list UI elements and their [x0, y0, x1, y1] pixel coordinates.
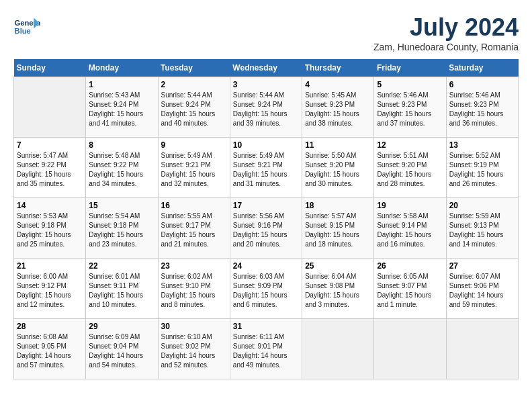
day-info: Sunrise: 5:48 AM Sunset: 9:22 PM Dayligh…: [89, 151, 154, 189]
day-info: Sunrise: 5:52 AM Sunset: 9:19 PM Dayligh…: [449, 151, 515, 189]
location: Zam, Hunedoara County, Romania: [373, 42, 519, 52]
calendar-cell: 29Sunrise: 6:09 AM Sunset: 9:04 PM Dayli…: [86, 319, 158, 379]
calendar-cell: 27Sunrise: 6:07 AM Sunset: 9:06 PM Dayli…: [446, 259, 518, 319]
calendar-cell: 31Sunrise: 6:11 AM Sunset: 9:01 PM Dayli…: [230, 319, 302, 379]
weekday-header-sunday: Sunday: [14, 59, 86, 77]
day-info: Sunrise: 5:44 AM Sunset: 9:24 PM Dayligh…: [161, 91, 227, 128]
day-number: 22: [89, 261, 154, 271]
day-info: Sunrise: 5:46 AM Sunset: 9:23 PM Dayligh…: [449, 91, 515, 128]
calendar-cell: [14, 77, 86, 138]
day-info: Sunrise: 5:55 AM Sunset: 9:17 PM Dayligh…: [161, 212, 227, 249]
calendar-cell: 11Sunrise: 5:50 AM Sunset: 9:20 PM Dayli…: [302, 138, 374, 198]
calendar-cell: 25Sunrise: 6:04 AM Sunset: 9:08 PM Dayli…: [302, 259, 374, 319]
calendar-cell: 1Sunrise: 5:43 AM Sunset: 9:24 PM Daylig…: [86, 77, 158, 138]
day-number: 20: [449, 201, 515, 210]
day-number: 10: [233, 140, 299, 150]
svg-text:Blue: Blue: [15, 27, 31, 35]
logo: General Blue: [13, 13, 40, 40]
day-number: 3: [233, 80, 299, 89]
day-info: Sunrise: 5:53 AM Sunset: 9:18 PM Dayligh…: [17, 212, 83, 249]
day-info: Sunrise: 5:44 AM Sunset: 9:24 PM Dayligh…: [233, 91, 299, 128]
day-info: Sunrise: 5:58 AM Sunset: 9:14 PM Dayligh…: [377, 212, 443, 249]
day-number: 21: [17, 261, 83, 271]
logo-icon: General Blue: [13, 13, 40, 40]
day-number: 31: [233, 322, 299, 331]
calendar-cell: 6Sunrise: 5:46 AM Sunset: 9:23 PM Daylig…: [446, 77, 518, 138]
day-number: 23: [161, 261, 227, 271]
day-info: Sunrise: 6:03 AM Sunset: 9:09 PM Dayligh…: [233, 272, 299, 310]
day-number: 13: [449, 140, 515, 150]
day-number: 24: [233, 261, 299, 271]
calendar-cell: 9Sunrise: 5:49 AM Sunset: 9:21 PM Daylig…: [158, 138, 230, 198]
day-number: 6: [449, 80, 515, 89]
day-number: 27: [449, 261, 515, 271]
day-info: Sunrise: 6:09 AM Sunset: 9:04 PM Dayligh…: [89, 332, 154, 370]
day-number: 18: [305, 201, 371, 210]
calendar-cell: 18Sunrise: 5:57 AM Sunset: 9:15 PM Dayli…: [302, 198, 374, 259]
day-number: 2: [161, 80, 227, 89]
day-number: 16: [161, 201, 227, 210]
day-number: 8: [89, 140, 154, 150]
week-row-5: 28Sunrise: 6:08 AM Sunset: 9:05 PM Dayli…: [14, 319, 519, 379]
week-row-3: 14Sunrise: 5:53 AM Sunset: 9:18 PM Dayli…: [14, 198, 519, 259]
day-info: Sunrise: 6:05 AM Sunset: 9:07 PM Dayligh…: [377, 272, 443, 310]
day-info: Sunrise: 6:07 AM Sunset: 9:06 PM Dayligh…: [449, 272, 515, 310]
day-info: Sunrise: 5:45 AM Sunset: 9:23 PM Dayligh…: [305, 91, 371, 128]
calendar-cell: [374, 319, 446, 379]
week-row-2: 7Sunrise: 5:47 AM Sunset: 9:22 PM Daylig…: [14, 138, 519, 198]
day-number: 7: [17, 140, 83, 150]
calendar-cell: 20Sunrise: 5:59 AM Sunset: 9:13 PM Dayli…: [446, 198, 518, 259]
calendar-cell: 10Sunrise: 5:49 AM Sunset: 9:21 PM Dayli…: [230, 138, 302, 198]
day-info: Sunrise: 5:47 AM Sunset: 9:22 PM Dayligh…: [17, 151, 83, 189]
week-row-1: 1Sunrise: 5:43 AM Sunset: 9:24 PM Daylig…: [14, 77, 519, 138]
calendar-cell: 17Sunrise: 5:56 AM Sunset: 9:16 PM Dayli…: [230, 198, 302, 259]
day-number: 17: [233, 201, 299, 210]
day-info: Sunrise: 6:11 AM Sunset: 9:01 PM Dayligh…: [233, 332, 299, 370]
day-info: Sunrise: 5:50 AM Sunset: 9:20 PM Dayligh…: [305, 151, 371, 189]
weekday-header-row: SundayMondayTuesdayWednesdayThursdayFrid…: [14, 59, 519, 77]
calendar-cell: [302, 319, 374, 379]
title-block: July 2024 Zam, Hunedoara County, Romania: [373, 13, 519, 52]
day-info: Sunrise: 6:02 AM Sunset: 9:10 PM Dayligh…: [161, 272, 227, 310]
calendar-cell: 12Sunrise: 5:51 AM Sunset: 9:20 PM Dayli…: [374, 138, 446, 198]
day-number: 1: [89, 80, 154, 89]
day-number: 5: [377, 80, 443, 89]
day-info: Sunrise: 5:49 AM Sunset: 9:21 PM Dayligh…: [233, 151, 299, 189]
calendar-cell: 24Sunrise: 6:03 AM Sunset: 9:09 PM Dayli…: [230, 259, 302, 319]
day-number: 26: [377, 261, 443, 271]
day-number: 19: [377, 201, 443, 210]
day-number: 30: [161, 322, 227, 331]
day-info: Sunrise: 5:43 AM Sunset: 9:24 PM Dayligh…: [89, 91, 154, 128]
calendar-cell: 15Sunrise: 5:54 AM Sunset: 9:18 PM Dayli…: [86, 198, 158, 259]
week-row-4: 21Sunrise: 6:00 AM Sunset: 9:12 PM Dayli…: [14, 259, 519, 319]
calendar-cell: 4Sunrise: 5:45 AM Sunset: 9:23 PM Daylig…: [302, 77, 374, 138]
day-number: 28: [17, 322, 83, 331]
calendar-cell: 26Sunrise: 6:05 AM Sunset: 9:07 PM Dayli…: [374, 259, 446, 319]
calendar-cell: 23Sunrise: 6:02 AM Sunset: 9:10 PM Dayli…: [158, 259, 230, 319]
day-info: Sunrise: 5:59 AM Sunset: 9:13 PM Dayligh…: [449, 212, 515, 249]
weekday-header-friday: Friday: [374, 59, 446, 77]
calendar-cell: 19Sunrise: 5:58 AM Sunset: 9:14 PM Dayli…: [374, 198, 446, 259]
day-info: Sunrise: 5:56 AM Sunset: 9:16 PM Dayligh…: [233, 212, 299, 249]
calendar-cell: 28Sunrise: 6:08 AM Sunset: 9:05 PM Dayli…: [14, 319, 86, 379]
day-info: Sunrise: 6:08 AM Sunset: 9:05 PM Dayligh…: [17, 332, 83, 370]
calendar-cell: 22Sunrise: 6:01 AM Sunset: 9:11 PM Dayli…: [86, 259, 158, 319]
calendar-cell: 30Sunrise: 6:10 AM Sunset: 9:02 PM Dayli…: [158, 319, 230, 379]
day-number: 9: [161, 140, 227, 150]
day-info: Sunrise: 5:57 AM Sunset: 9:15 PM Dayligh…: [305, 212, 371, 249]
calendar-cell: 16Sunrise: 5:55 AM Sunset: 9:17 PM Dayli…: [158, 198, 230, 259]
day-number: 29: [89, 322, 154, 331]
day-number: 25: [305, 261, 371, 271]
day-number: 14: [17, 201, 83, 210]
day-info: Sunrise: 5:46 AM Sunset: 9:23 PM Dayligh…: [377, 91, 443, 128]
weekday-header-thursday: Thursday: [302, 59, 374, 77]
day-number: 11: [305, 140, 371, 150]
day-info: Sunrise: 6:10 AM Sunset: 9:02 PM Dayligh…: [161, 332, 227, 370]
day-number: 12: [377, 140, 443, 150]
day-info: Sunrise: 5:49 AM Sunset: 9:21 PM Dayligh…: [161, 151, 227, 189]
calendar-table: SundayMondayTuesdayWednesdayThursdayFrid…: [13, 59, 519, 379]
day-info: Sunrise: 6:00 AM Sunset: 9:12 PM Dayligh…: [17, 272, 83, 310]
day-info: Sunrise: 6:04 AM Sunset: 9:08 PM Dayligh…: [305, 272, 371, 310]
month-year: July 2024: [373, 13, 519, 42]
page-header: General Blue July 2024 Zam, Hunedoara Co…: [13, 13, 519, 52]
